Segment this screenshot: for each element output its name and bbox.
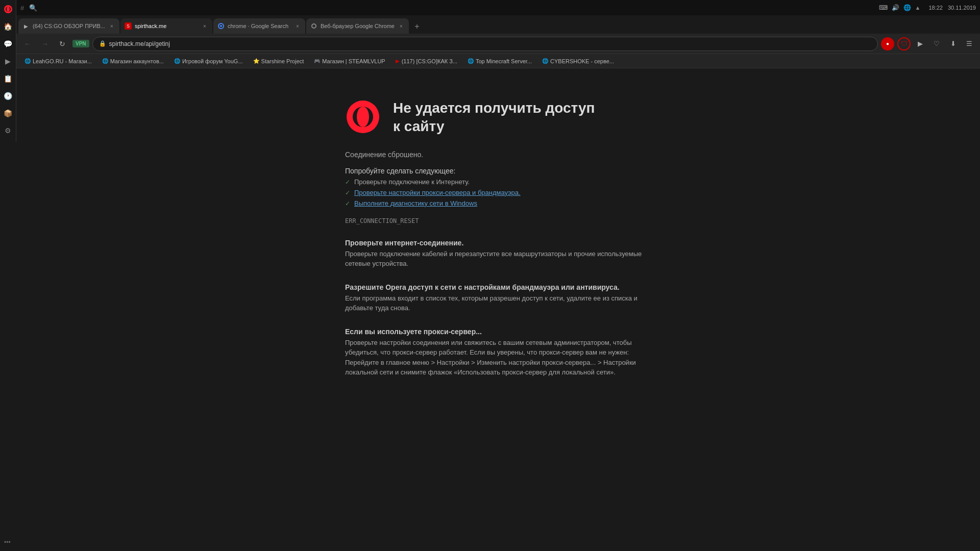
tab-favicon-web	[310, 22, 317, 30]
bookmark-forum-icon: 🌐	[174, 58, 180, 64]
error-block-2-title: Разрешите Opera доступ к сети с настройк…	[345, 283, 651, 291]
step-3: Выполните диагностику сети в Windows	[345, 199, 651, 207]
tab-csgo[interactable]: ▶ (64) CS:GO ОБЗОР ПРИВ... ×	[18, 18, 119, 34]
bookmark-forum-label: Игровой форум YouG...	[182, 58, 243, 64]
bookmark-youtube-icon: ▶	[396, 58, 400, 64]
tab-close-web[interactable]: ×	[398, 22, 405, 30]
error-block-3: Если вы используете прокси-сервер... Про…	[345, 321, 651, 378]
tab-spirthack[interactable]: S spirthack.me ×	[120, 18, 212, 34]
tab-close-chrome[interactable]: ×	[294, 22, 301, 30]
taskbar-hash-icon: #	[20, 4, 24, 12]
tab-web-browser[interactable]: Веб-браузер Google Chrome ×	[306, 18, 409, 34]
taskbar-search-icon[interactable]: 🔍	[29, 4, 37, 12]
error-block-3-text: Проверьте настройки соединения или свяжи…	[345, 338, 651, 378]
tray-icon-up[interactable]: ▲	[915, 5, 921, 11]
forward-button[interactable]: →	[38, 37, 52, 51]
tab-title-csgo: (64) CS:GO ОБЗОР ПРИВ...	[33, 23, 105, 29]
error-code: ERR_CONNECTION_RESET	[345, 217, 651, 224]
bookmark-cybershoke-label: CYBERSHOKE - серве...	[550, 58, 614, 64]
tab-chrome-search[interactable]: chrome · Google Search ×	[213, 18, 305, 34]
bookmark-forum[interactable]: 🌐 Игровой форум YouG...	[170, 57, 247, 65]
sidebar-settings-icon[interactable]: ⚙	[1, 123, 15, 138]
tray-icon-1[interactable]: ⌨	[879, 4, 888, 11]
sidebar-news-icon[interactable]: 📋	[1, 71, 15, 86]
bookmark-youtube[interactable]: ▶ (117) [CS:GO]КАК З...	[391, 57, 461, 65]
media-icon[interactable]: ▶	[914, 37, 927, 51]
bookmark-starshine[interactable]: ⭐ Starshine Project	[249, 57, 308, 65]
svg-point-5	[312, 24, 316, 28]
back-button[interactable]: ←	[20, 37, 35, 51]
taskbar: # 🔍 ⌨ 🔊 🌐 ▲ 18:22 30.11.2019	[16, 0, 980, 15]
bookmark-leahgo-icon: 🌐	[24, 58, 31, 64]
menu-icon[interactable]: ☰	[963, 37, 976, 51]
error-block-2-text: Если программа входит в список тех, кото…	[345, 293, 651, 313]
bookmark-starshine-label: Starshine Project	[261, 58, 304, 64]
page-content: Не удается получить доступк сайту Соедин…	[16, 68, 980, 551]
bookmarks-bar: 🌐 LeahGO.RU - Магази... 🌐 Магазин аккаун…	[16, 54, 980, 68]
bookmark-steam-label: Магазин | STEAMLVLUP	[322, 58, 385, 64]
sidebar-player-icon[interactable]: ▶	[1, 54, 15, 68]
opera-sidebar: 🏠 💬 ▶ 📋 🕐 📦 ⚙	[0, 0, 16, 142]
svg-point-2	[7, 7, 10, 12]
lock-icon: 🔒	[99, 40, 106, 47]
tab-favicon-spirthack: S	[125, 22, 132, 30]
bookmark-starshine-icon: ⭐	[253, 58, 259, 64]
bookmark-leahgo-label: LeahGO.RU - Магази...	[33, 58, 92, 64]
tab-title-web: Веб-браузер Google Chrome	[321, 23, 395, 29]
tab-close-spirthack[interactable]: ×	[201, 22, 208, 30]
error-block-3-title: Если вы используете прокси-сервер...	[345, 328, 651, 336]
vpn-badge[interactable]: VPN	[72, 40, 89, 47]
error-header: Не удается получить доступк сайту	[345, 99, 651, 136]
error-steps-list: Проверьте подключение к Интернету. Прове…	[345, 178, 651, 207]
opera-logo-big	[345, 99, 381, 135]
tab-favicon-chrome	[217, 22, 225, 30]
error-title: Не удается получить доступк сайту	[393, 99, 595, 136]
error-block-1: Проверьте интернет-соединение. Проверьте…	[345, 233, 651, 269]
bookmark-steam[interactable]: 🎮 Магазин | STEAMLVLUP	[310, 57, 389, 65]
bookmark-cybershoke-icon: 🌐	[542, 58, 548, 64]
bookmark-icon[interactable]: ♡	[930, 37, 943, 51]
tray-icon-2[interactable]: 🔊	[892, 4, 899, 11]
connection-reset-text: Соединение сброшено.	[345, 151, 651, 159]
reload-button[interactable]: ↻	[55, 37, 69, 51]
sidebar-history-icon[interactable]: 🕐	[1, 89, 15, 103]
try-following-title: Попробуйте сделать следующее:	[345, 167, 651, 175]
bookmark-leahgo[interactable]: 🌐 LeahGO.RU - Магази...	[20, 57, 96, 65]
new-tab-button[interactable]: +	[410, 19, 424, 34]
download-icon[interactable]: ⬇	[946, 37, 960, 51]
sidebar-opera-logo[interactable]	[1, 2, 15, 16]
step-1: Проверьте подключение к Интернету.	[345, 178, 651, 186]
bookmark-minecraft-label: Top Minecraft Server...	[476, 58, 532, 64]
step-2: Проверьте настройки прокси-сервера и бра…	[345, 189, 651, 196]
date: 30.11.2019	[948, 5, 976, 11]
tab-title-spirthack: spirthack.me	[135, 23, 198, 29]
record-icon[interactable]: ●	[881, 37, 894, 51]
tab-favicon-csgo: ▶	[22, 22, 30, 30]
sidebar-messenger-icon[interactable]: 💬	[1, 37, 15, 51]
bookmark-cybershoke[interactable]: 🌐 CYBERSHOKE - серве...	[538, 57, 618, 65]
svg-point-4	[220, 25, 222, 27]
step-3-link[interactable]: Выполните диагностику сети в Windows	[354, 199, 477, 207]
sidebar-extensions-icon[interactable]: 📦	[1, 106, 15, 120]
security-icon[interactable]: 🛡	[897, 37, 911, 51]
nav-bar: ← → ↻ VPN 🔒 spirthack.me/api/getinj ● 🛡 …	[16, 34, 980, 54]
address-bar[interactable]: 🔒 spirthack.me/api/getinj	[92, 37, 878, 51]
bookmark-youtube-label: (117) [CS:GO]КАК З...	[402, 58, 457, 64]
tab-close-csgo[interactable]: ×	[108, 22, 115, 30]
error-block-1-text: Проверьте подключение кабелей и перезапу…	[345, 249, 651, 269]
sidebar-home-icon[interactable]: 🏠	[1, 19, 15, 34]
tray-icon-3[interactable]: 🌐	[903, 4, 911, 11]
error-block-1-title: Проверьте интернет-соединение.	[345, 239, 651, 247]
tabs-bar: ▶ (64) CS:GO ОБЗОР ПРИВ... × S spirthack…	[16, 15, 980, 34]
error-block-2: Разрешите Opera доступ к сети с настройк…	[345, 277, 651, 313]
bookmark-minecraft[interactable]: 🌐 Top Minecraft Server...	[463, 57, 536, 65]
svg-point-8	[357, 107, 369, 127]
bookmark-minecraft-icon: 🌐	[468, 58, 474, 64]
bookmark-store[interactable]: 🌐 Магазин аккаунтов...	[98, 57, 168, 65]
step-2-link[interactable]: Проверьте настройки прокси-сервера и бра…	[354, 189, 521, 196]
tab-title-chrome: chrome · Google Search	[228, 23, 291, 29]
step-1-text: Проверьте подключение к Интернету.	[354, 178, 470, 186]
bottom-dots[interactable]: •••	[4, 539, 11, 546]
nav-right-icons: ● 🛡 ▶ ♡ ⬇ ☰	[881, 37, 976, 51]
bookmark-store-icon: 🌐	[102, 58, 108, 64]
